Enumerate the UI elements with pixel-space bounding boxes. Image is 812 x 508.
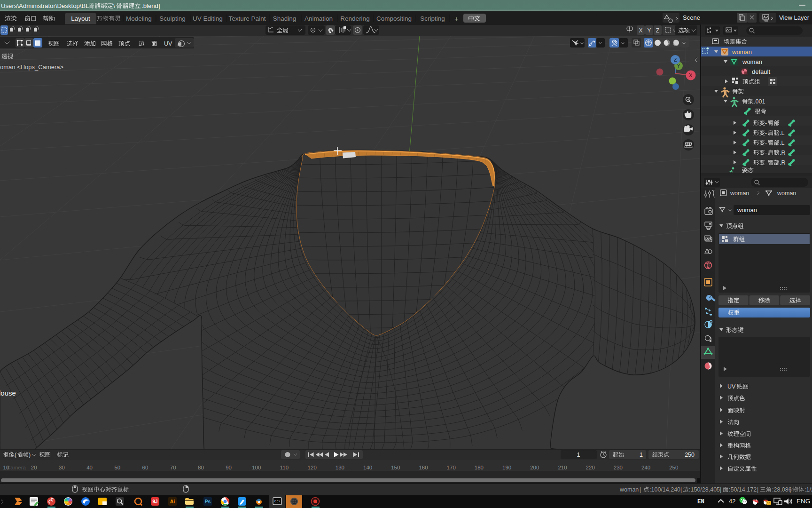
svg-text:Shading: Shading bbox=[273, 15, 297, 22]
svg-text:|: | bbox=[757, 486, 758, 493]
svg-text:1: 1 bbox=[577, 452, 580, 458]
svg-text:250: 250 bbox=[669, 465, 678, 470]
svg-text:+: + bbox=[454, 15, 459, 23]
svg-text:Scene: Scene bbox=[683, 14, 700, 21]
svg-text:): ) bbox=[29, 452, 31, 458]
svg-text:9J: 9J bbox=[152, 499, 157, 504]
svg-text:-: - bbox=[765, 159, 767, 166]
svg-text::100/14,240: :100/14,240 bbox=[649, 486, 680, 493]
svg-text:UV: UV bbox=[727, 383, 736, 390]
svg-text:woman: woman bbox=[732, 48, 752, 56]
svg-text:200: 200 bbox=[530, 465, 539, 470]
svg-text:Y: Y bbox=[677, 64, 680, 69]
svg-text:110: 110 bbox=[280, 465, 289, 470]
svg-text:-: - bbox=[765, 150, 767, 156]
svg-text:default: default bbox=[752, 68, 770, 75]
svg-text:.L: .L bbox=[780, 130, 784, 136]
svg-text:Animation: Animation bbox=[304, 15, 333, 22]
svg-text::50/14,172: :50/14,172 bbox=[729, 486, 757, 493]
svg-text:C:\: C:\ bbox=[274, 500, 281, 503]
svg-text:|: | bbox=[720, 486, 721, 493]
svg-text::150/28,405: :150/28,405 bbox=[689, 486, 720, 493]
svg-text:240: 240 bbox=[641, 465, 650, 470]
svg-text:X: X bbox=[689, 72, 693, 78]
svg-text:180: 180 bbox=[475, 465, 484, 470]
svg-text:250: 250 bbox=[685, 452, 695, 458]
svg-text:.blend]: .blend] bbox=[141, 2, 160, 9]
svg-text:-: - bbox=[765, 140, 767, 146]
svg-text:50: 50 bbox=[114, 465, 120, 470]
svg-text:Users\Administrator\Desktop\BL: Users\Administrator\Desktop\BL bbox=[1, 2, 89, 9]
svg-text:Ai: Ai bbox=[170, 499, 175, 504]
svg-text:Rendering: Rendering bbox=[340, 15, 369, 22]
svg-text:Layout: Layout bbox=[71, 15, 90, 22]
svg-text:Z: Z bbox=[656, 27, 659, 34]
svg-text:80: 80 bbox=[198, 465, 204, 470]
svg-text:Scripting: Scripting bbox=[420, 15, 445, 22]
svg-text:woman: woman bbox=[737, 206, 757, 214]
svg-text:.R: .R bbox=[780, 150, 786, 156]
svg-text:210: 210 bbox=[558, 465, 567, 470]
svg-text:.R: .R bbox=[780, 159, 786, 166]
svg-text:90: 90 bbox=[226, 465, 232, 470]
svg-text:woman: woman bbox=[777, 190, 796, 197]
svg-text:120: 120 bbox=[308, 465, 317, 470]
svg-text:40: 40 bbox=[86, 465, 93, 470]
svg-text:woman: woman bbox=[742, 58, 762, 65]
svg-text:130: 130 bbox=[336, 465, 344, 470]
svg-text:Texture Paint: Texture Paint bbox=[229, 15, 266, 22]
svg-text:190: 190 bbox=[502, 465, 511, 470]
svg-text:100: 100 bbox=[252, 465, 261, 470]
svg-text:EN: EN bbox=[697, 499, 704, 505]
svg-text:42: 42 bbox=[729, 498, 735, 505]
svg-text:Modeling: Modeling bbox=[126, 15, 152, 22]
svg-text:140: 140 bbox=[363, 465, 372, 470]
svg-text:ENG: ENG bbox=[796, 498, 810, 505]
svg-text:.001: .001 bbox=[754, 98, 765, 105]
svg-text:30: 30 bbox=[59, 465, 65, 470]
svg-text:X: X bbox=[639, 27, 642, 34]
svg-text:Ps: Ps bbox=[205, 499, 211, 504]
svg-text:|: | bbox=[680, 486, 682, 493]
svg-text:160: 160 bbox=[419, 465, 428, 470]
svg-text:|: | bbox=[640, 486, 641, 493]
svg-text:UV: UV bbox=[164, 40, 172, 47]
svg-text:-: - bbox=[765, 130, 767, 136]
svg-text:20: 20 bbox=[31, 465, 37, 470]
svg-text:Z: Z bbox=[674, 57, 677, 63]
svg-text::28,086: :28,086 bbox=[772, 486, 792, 493]
svg-text:woman: woman bbox=[730, 190, 749, 197]
svg-text:oman <Hops_Camera>: oman <Hops_Camera> bbox=[0, 64, 63, 71]
svg-text:170: 170 bbox=[447, 465, 456, 470]
svg-text:-: - bbox=[765, 120, 767, 127]
svg-text:Sculpting: Sculpting bbox=[159, 15, 186, 22]
svg-text:60: 60 bbox=[142, 465, 148, 470]
svg-text:Camera: Camera bbox=[7, 465, 26, 470]
svg-text:150: 150 bbox=[391, 465, 400, 470]
svg-text:Compositing: Compositing bbox=[376, 15, 412, 22]
svg-text:\: \ bbox=[113, 2, 115, 9]
svg-text:View Layer: View Layer bbox=[779, 14, 810, 21]
svg-text:1: 1 bbox=[640, 452, 643, 458]
svg-text::1/2: :1/2 bbox=[804, 486, 812, 493]
svg-text:woman: woman bbox=[619, 486, 639, 493]
svg-text:louse: louse bbox=[0, 389, 16, 397]
svg-text:.L: .L bbox=[780, 140, 784, 146]
svg-text:220: 220 bbox=[586, 465, 595, 470]
svg-text:70: 70 bbox=[170, 465, 176, 470]
svg-text:10: 10 bbox=[3, 465, 9, 470]
svg-text:230: 230 bbox=[614, 465, 623, 470]
svg-text:UV Editing: UV Editing bbox=[193, 15, 223, 22]
svg-text:Y: Y bbox=[647, 27, 651, 34]
